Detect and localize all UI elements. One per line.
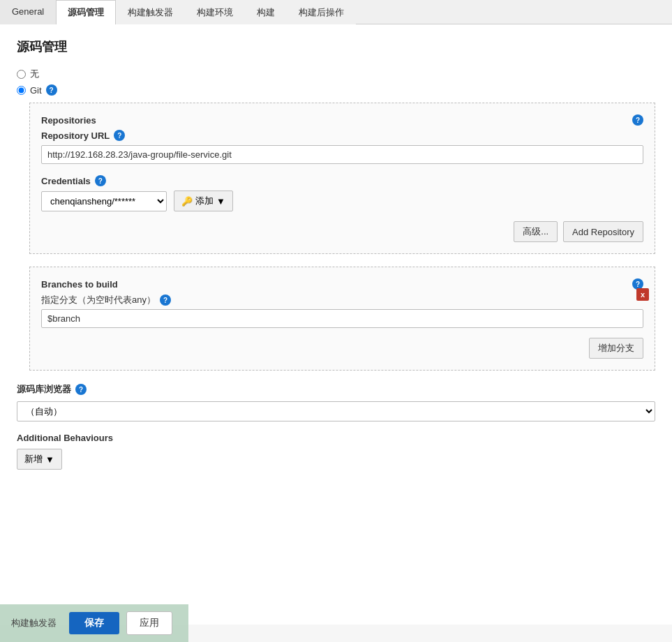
page-title: 源码管理 bbox=[17, 38, 655, 55]
repo-url-label-row: Repository URL ? bbox=[41, 130, 643, 141]
radio-none[interactable]: 无 bbox=[17, 68, 655, 80]
repo-url-field: Repository URL ? bbox=[41, 130, 643, 164]
repo-url-label: Repository URL bbox=[41, 130, 110, 141]
branch-item: x 指定分支（为空时代表any） ? bbox=[41, 294, 643, 328]
credentials-label-row: Credentials ? bbox=[41, 175, 643, 186]
branches-header: Branches to build ? bbox=[41, 278, 643, 290]
add-repository-button[interactable]: Add Repository bbox=[563, 221, 643, 242]
tab-general[interactable]: General bbox=[0, 0, 56, 24]
tab-post[interactable]: 构建后操作 bbox=[287, 0, 356, 24]
tab-source[interactable]: 源码管理 bbox=[56, 0, 116, 24]
source-browser-label: 源码库浏览器 bbox=[17, 383, 71, 396]
additional-behaviours-section: Additional Behaviours 新增 ▼ bbox=[17, 433, 655, 470]
credentials-select[interactable]: chenqiansheng/****** bbox=[41, 191, 167, 211]
key-icon: 🔑 bbox=[181, 196, 193, 207]
tab-triggers[interactable]: 构建触发器 bbox=[116, 0, 185, 24]
repo-buttons-row: 高级... Add Repository bbox=[41, 221, 643, 242]
source-browser-select[interactable]: （自动） bbox=[17, 401, 655, 421]
repositories-header: Repositories ? bbox=[41, 114, 643, 126]
radio-none-input[interactable] bbox=[17, 70, 26, 79]
bottom-bar: 构建触发器 保存 应用 bbox=[0, 604, 188, 625]
credentials-label: Credentials bbox=[41, 176, 91, 186]
branch-label: 指定分支（为空时代表any） bbox=[41, 294, 156, 306]
git-help-icon[interactable]: ? bbox=[46, 84, 57, 96]
source-browser-section: 源码库浏览器 ? （自动） bbox=[17, 383, 655, 421]
save-button[interactable]: 保存 bbox=[69, 612, 119, 625]
branch-buttons-row: 增加分支 bbox=[41, 338, 643, 359]
advanced-button[interactable]: 高级... bbox=[514, 221, 558, 242]
tabs-bar: General 源码管理 构建触发器 构建环境 构建 构建后操作 bbox=[0, 0, 672, 24]
radio-git-input[interactable] bbox=[17, 86, 26, 95]
add-branch-button[interactable]: 增加分支 bbox=[589, 338, 643, 359]
new-behaviour-label: 新增 bbox=[24, 453, 43, 465]
source-browser-help-icon[interactable]: ? bbox=[75, 384, 87, 395]
radio-git-label: Git bbox=[30, 85, 42, 96]
source-browser-header: 源码库浏览器 ? bbox=[17, 383, 655, 396]
add-credentials-button[interactable]: 🔑 添加 ▼ bbox=[174, 191, 233, 211]
radio-none-label: 无 bbox=[30, 68, 39, 80]
tab-env[interactable]: 构建环境 bbox=[185, 0, 245, 24]
branches-section: Branches to build ? x 指定分支（为空时代表any） ? 增… bbox=[29, 267, 655, 371]
repositories-title: Repositories bbox=[41, 115, 96, 126]
repo-url-input[interactable] bbox=[41, 145, 643, 164]
repositories-help-icon[interactable]: ? bbox=[632, 114, 643, 126]
credentials-field: Credentials ? chenqiansheng/****** 🔑 添加 … bbox=[41, 175, 643, 211]
main-content: 源码管理 无 Git ? Repositories ? Repository U… bbox=[0, 24, 672, 625]
add-credentials-arrow: ▼ bbox=[216, 196, 225, 207]
credentials-row: chenqiansheng/****** 🔑 添加 ▼ bbox=[41, 191, 643, 211]
additional-behaviours-title: Additional Behaviours bbox=[17, 433, 655, 443]
add-credentials-label: 添加 bbox=[195, 195, 214, 207]
remove-branch-button[interactable]: x bbox=[636, 288, 649, 301]
new-behaviour-arrow: ▼ bbox=[45, 454, 54, 465]
radio-git[interactable]: Git ? bbox=[17, 84, 655, 96]
apply-button[interactable]: 应用 bbox=[126, 611, 172, 625]
bottom-bar-title: 构建触发器 bbox=[11, 617, 57, 625]
branch-label-row: 指定分支（为空时代表any） ? bbox=[41, 294, 643, 306]
branches-title: Branches to build bbox=[41, 279, 118, 290]
repositories-section: Repositories ? Repository URL ? Credenti… bbox=[29, 103, 655, 254]
branch-input[interactable] bbox=[41, 309, 643, 328]
branch-help-icon[interactable]: ? bbox=[160, 294, 171, 306]
repo-url-help-icon[interactable]: ? bbox=[114, 130, 125, 141]
new-behaviour-button[interactable]: 新增 ▼ bbox=[17, 449, 62, 470]
tab-build[interactable]: 构建 bbox=[245, 0, 287, 24]
credentials-help-icon[interactable]: ? bbox=[95, 175, 106, 186]
